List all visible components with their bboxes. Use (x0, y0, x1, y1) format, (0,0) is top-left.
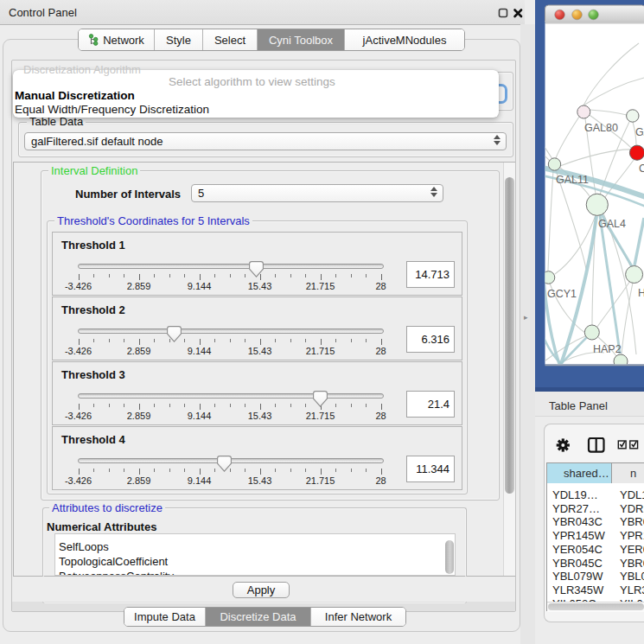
svg-text:CD: CD (639, 163, 644, 175)
svg-text:HAP2: HAP2 (593, 343, 622, 355)
svg-text:GAL4: GAL4 (598, 218, 626, 230)
svg-text:HA: HA (638, 287, 644, 299)
svg-text:GCY1: GCY1 (547, 288, 577, 300)
svg-text:GAL80: GAL80 (584, 122, 618, 134)
svg-text:GAL11: GAL11 (556, 174, 589, 186)
svg-text:GA: GA (635, 126, 644, 138)
